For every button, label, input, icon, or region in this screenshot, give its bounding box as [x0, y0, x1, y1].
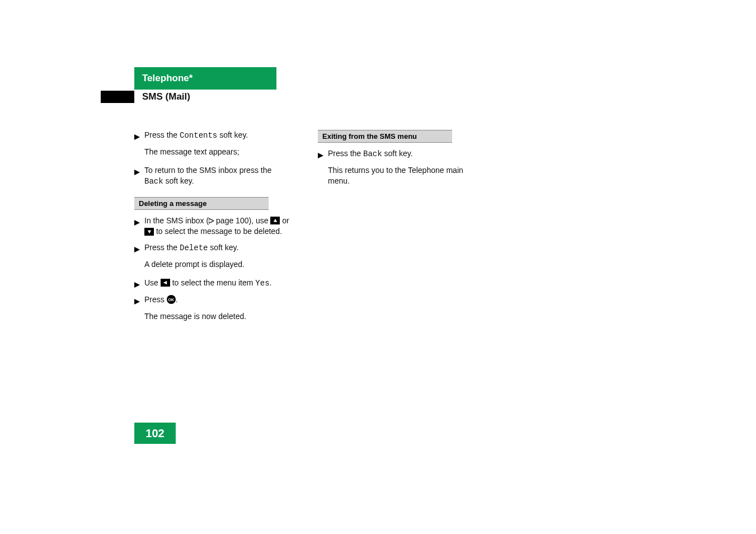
svg-marker-7 — [134, 282, 140, 288]
result-text: This returns you to the Telephone main m… — [328, 165, 475, 186]
chapter-tab: Telephone* — [134, 67, 276, 90]
chapter-title: Telephone* — [142, 73, 192, 83]
result-text: The message text appears; — [144, 147, 291, 157]
svg-marker-8 — [163, 281, 167, 284]
text-fragment: Press the — [144, 130, 180, 139]
svg-marker-6 — [134, 247, 140, 252]
instruction-step: Press OK. — [134, 294, 291, 307]
text-fragment: to select the message to be deleted. — [154, 227, 282, 236]
page-number-value: 102 — [145, 427, 164, 440]
text-fragment: soft key. — [382, 149, 413, 158]
manual-page: Telephone* SMS (Mail) Press the Contents… — [101, 67, 655, 330]
left-key-icon — [161, 279, 170, 287]
instruction-step: Use to select the menu item Yes. — [134, 278, 291, 290]
svg-marker-4 — [274, 219, 277, 222]
bullet-triangle-icon — [134, 245, 144, 255]
section-marker-block — [101, 91, 134, 103]
svg-marker-3 — [209, 218, 214, 223]
step-text: Press OK. — [144, 294, 291, 307]
page-number: 102 — [134, 423, 176, 444]
text-fragment: In the SMS inbox ( — [144, 216, 209, 225]
instruction-step: Press the Back soft key. — [318, 148, 475, 161]
section-title: SMS (Mail) — [142, 91, 190, 102]
text-fragment: soft key. — [208, 243, 238, 252]
bullet-triangle-icon — [134, 132, 144, 142]
svg-marker-2 — [134, 220, 140, 226]
text-fragment: Press the — [144, 243, 180, 252]
bullet-triangle-icon — [134, 280, 144, 290]
column-left: Press the Contents soft key. The message… — [134, 130, 291, 330]
step-text: Press the Delete soft key. — [144, 242, 291, 255]
text-fragment: soft key. — [163, 176, 194, 185]
text-fragment: Use — [144, 278, 161, 287]
step-text: In the SMS inbox ( page 100), use or to … — [144, 216, 291, 237]
up-key-icon — [270, 217, 280, 224]
text-fragment: or — [280, 216, 289, 225]
subheading: Deleting a message — [134, 197, 269, 210]
softkey-label: Back — [363, 149, 382, 158]
bullet-triangle-icon — [134, 167, 144, 187]
ok-key-icon: OK — [167, 295, 176, 304]
instruction-step: Press the Contents soft key. — [134, 130, 291, 142]
instruction-step: Press the Delete soft key. — [134, 242, 291, 255]
softkey-label: Back — [144, 177, 163, 186]
svg-marker-10 — [318, 153, 323, 158]
softkey-label: Contents — [180, 131, 217, 140]
text-fragment: page 100), use — [214, 216, 270, 225]
text-fragment: . — [176, 295, 178, 304]
menu-item-label: Yes — [255, 279, 269, 288]
text-fragment: To return to the SMS inbox press the — [144, 166, 271, 175]
page-header: Telephone* SMS (Mail) — [101, 67, 655, 103]
bullet-triangle-icon — [318, 151, 328, 161]
instruction-step: In the SMS inbox ( page 100), use or to … — [134, 216, 291, 237]
svg-marker-0 — [134, 134, 140, 140]
ok-key-label: OK — [168, 297, 174, 302]
svg-marker-5 — [147, 230, 151, 233]
text-fragment: soft key. — [217, 130, 248, 139]
bullet-triangle-icon — [134, 297, 144, 307]
text-fragment: Press the — [328, 149, 363, 158]
svg-marker-1 — [134, 170, 140, 175]
step-text: Press the Back soft key. — [328, 148, 475, 161]
result-text: The message is now deleted. — [144, 311, 291, 322]
subheading: Exiting from the SMS menu — [318, 130, 452, 143]
text-fragment: to select the menu item — [170, 278, 256, 287]
step-text: To return to the SMS inbox press the Bac… — [144, 165, 291, 187]
page-ref-icon — [209, 216, 214, 226]
instruction-step: To return to the SMS inbox press the Bac… — [134, 165, 291, 187]
section-row: SMS (Mail) — [101, 91, 655, 103]
result-text: A delete prompt is displayed. — [144, 259, 291, 270]
step-text: Use to select the menu item Yes. — [144, 278, 291, 290]
content-columns: Press the Contents soft key. The message… — [134, 130, 655, 330]
down-key-icon — [144, 228, 154, 236]
svg-marker-9 — [134, 299, 140, 305]
bullet-triangle-icon — [134, 218, 144, 237]
column-right: Exiting from the SMS menu Press the Back… — [318, 130, 475, 330]
softkey-label: Delete — [180, 243, 208, 252]
step-text: Press the Contents soft key. — [144, 130, 291, 142]
text-fragment: Press — [144, 295, 167, 304]
text-fragment: . — [270, 278, 272, 287]
